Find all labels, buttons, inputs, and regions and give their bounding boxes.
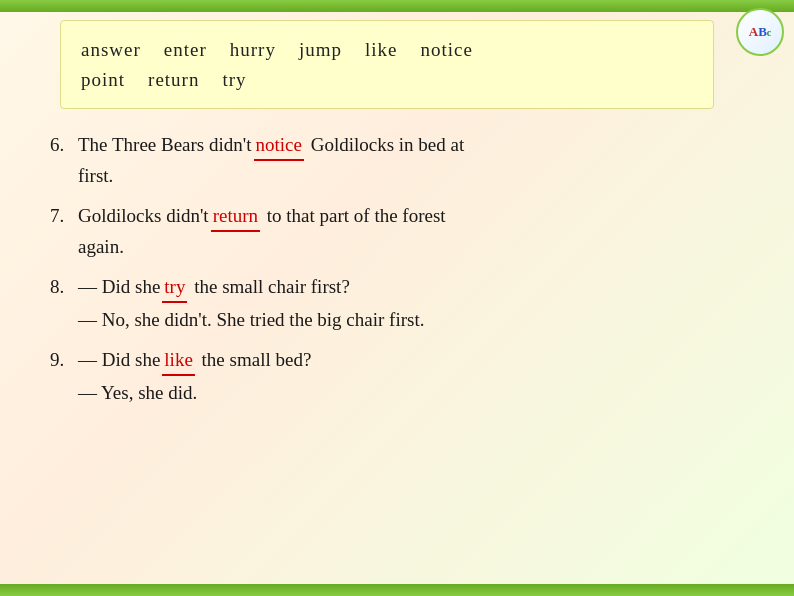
item-6-text-after: Goldilocks in bed at [306, 130, 464, 159]
item-9: 9. — Did she like the small bed? — Yes, … [50, 345, 744, 408]
item-7-line: 7. Goldilocks didn't return to that part… [50, 201, 744, 232]
item-6-cont: first. [50, 161, 744, 190]
main-content: 6. The Three Bears didn't notice Goldilo… [50, 130, 744, 576]
logo-letter-a: A [749, 24, 758, 40]
item-7-text-before: Goldilocks didn't [78, 201, 209, 230]
item-6-text-before: The Three Bears didn't [78, 130, 252, 159]
item-9-text-before: — Did she [78, 345, 160, 374]
item-6-answer: notice [254, 130, 304, 161]
bottom-bar [0, 584, 794, 596]
item-7-text-after: to that part of the forest [262, 201, 446, 230]
item-9-text-after: the small bed? [197, 345, 312, 374]
item-6-number: 6. [50, 130, 78, 159]
item-6: 6. The Three Bears didn't notice Goldilo… [50, 130, 744, 191]
item-7: 7. Goldilocks didn't return to that part… [50, 201, 744, 262]
item-7-number: 7. [50, 201, 78, 230]
logo: A B c [736, 8, 784, 56]
item-8-text-before: — Did she [78, 272, 160, 301]
item-9-subline: — Yes, she did. [50, 378, 744, 407]
item-8-line: 8. — Did she try the small chair first? [50, 272, 744, 303]
item-8-text-after: the small chair first? [189, 272, 349, 301]
top-bar [0, 0, 794, 12]
item-7-cont: again. [50, 232, 744, 261]
item-8-answer: try [162, 272, 187, 303]
word-bank-words-2: point return try [81, 69, 247, 90]
item-7-answer: return [211, 201, 260, 232]
item-8-subline: — No, she didn't. She tried the big chai… [50, 305, 744, 334]
word-bank-words: answer enter hurry jump like notice [81, 39, 473, 60]
item-9-number: 9. [50, 345, 78, 374]
item-9-answer: like [162, 345, 195, 376]
item-8-number: 8. [50, 272, 78, 301]
item-6-line: 6. The Three Bears didn't notice Goldilo… [50, 130, 744, 161]
item-8: 8. — Did she try the small chair first? … [50, 272, 744, 335]
word-bank: answer enter hurry jump like notice poin… [60, 20, 714, 109]
logo-letter-b: B [758, 24, 767, 40]
item-9-line: 9. — Did she like the small bed? [50, 345, 744, 376]
logo-letter-c: c [767, 27, 771, 38]
